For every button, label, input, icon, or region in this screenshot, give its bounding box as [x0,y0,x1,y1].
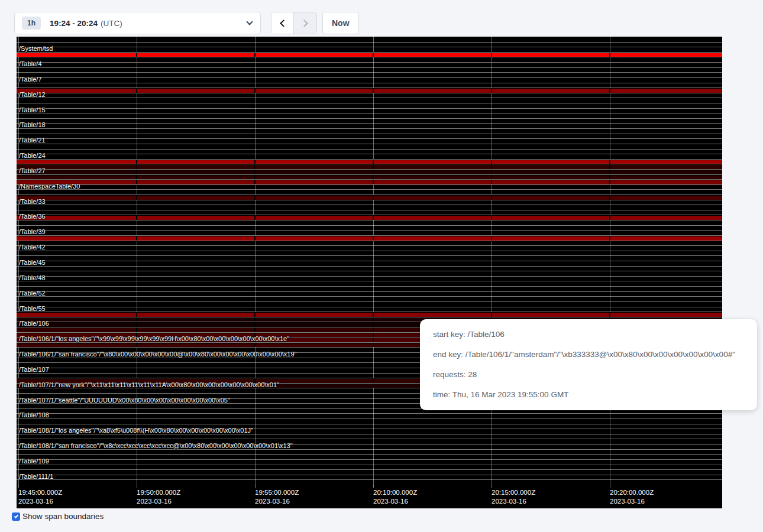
heatmap-row[interactable] [17,220,722,225]
heatmap-cell[interactable] [256,53,373,57]
heatmap-cell[interactable] [137,318,254,322]
heatmap-cell[interactable] [256,313,373,317]
heatmap-row[interactable] [17,281,722,286]
heatmap-row[interactable] [17,179,722,184]
heatmap-row[interactable] [17,271,722,276]
heatmap-cell[interactable] [374,160,491,164]
heatmap-row[interactable] [17,87,722,93]
heatmap-cell[interactable] [374,170,491,174]
heatmap-row[interactable] [17,230,722,235]
heatmap-row[interactable] [17,93,722,98]
heatmap-cell[interactable] [137,180,254,184]
heatmap-row[interactable] [17,123,722,128]
heatmap-cell[interactable] [492,216,609,220]
heatmap-cell[interactable] [610,196,722,200]
heatmap-row[interactable] [17,475,722,480]
heatmap-row[interactable] [17,261,722,266]
previous-interval-button[interactable] [271,12,294,34]
heatmap-cell[interactable] [256,328,373,332]
heatmap-cell[interactable] [610,236,722,241]
heatmap-row[interactable] [17,113,722,118]
heatmap-row[interactable] [17,42,722,47]
heatmap-cell[interactable] [256,176,373,180]
heatmap-row[interactable] [17,465,722,470]
heatmap-row[interactable] [17,225,722,231]
heatmap-cell[interactable] [374,180,491,184]
heatmap-row[interactable] [17,205,722,210]
heatmap-row[interactable] [17,459,722,465]
heatmap-row[interactable] [17,169,722,174]
heatmap-cell[interactable] [610,53,722,57]
heatmap-cell[interactable] [17,160,136,164]
heatmap-cell[interactable] [137,176,254,180]
heatmap-cell[interactable] [492,53,609,57]
heatmap-row[interactable] [17,286,722,291]
heatmap-cell[interactable] [492,160,609,164]
heatmap-cell[interactable] [374,53,491,57]
heatmap-row[interactable] [17,200,722,205]
heatmap-cell[interactable] [610,165,722,169]
heatmap-row[interactable] [17,301,722,307]
heatmap-row[interactable] [17,194,722,200]
heatmap-row[interactable] [17,164,722,169]
heatmap-row[interactable] [17,118,722,124]
heatmap-row[interactable] [17,174,722,180]
heatmap-row[interactable] [17,307,722,312]
heatmap-row[interactable] [17,251,722,256]
heatmap-cell[interactable] [137,216,254,220]
heatmap-row[interactable] [17,138,722,144]
heatmap-cell[interactable] [374,89,491,93]
heatmap-cell[interactable] [492,180,609,184]
heatmap-cell[interactable] [374,236,491,241]
heatmap-row[interactable] [17,67,722,73]
heatmap-row[interactable] [17,434,722,439]
heatmap-cell[interactable] [17,343,136,348]
heatmap-row[interactable] [17,62,722,67]
heatmap-cell[interactable] [492,89,609,93]
heatmap-cell[interactable] [256,165,373,169]
heatmap-cell[interactable] [610,180,722,184]
heatmap-row[interactable] [17,266,722,271]
time-range-select[interactable]: 1h 19:24 - 20:24 (UTC) [14,12,261,34]
heatmap-row[interactable] [17,449,722,455]
heatmap-cell[interactable] [137,328,254,332]
heatmap-row[interactable] [17,37,722,42]
heatmap-cell[interactable] [137,165,254,169]
heatmap-cell[interactable] [137,196,254,200]
heatmap-cell[interactable] [374,313,491,317]
heatmap-cell[interactable] [256,180,373,184]
heatmap-row[interactable] [17,291,722,297]
heatmap-cell[interactable] [17,236,136,241]
heatmap-row[interactable] [17,245,722,251]
heatmap-row[interactable] [17,149,722,154]
heatmap-cell[interactable] [610,176,722,180]
heatmap-cell[interactable] [374,216,491,220]
next-interval-button-disabled[interactable] [294,12,316,34]
heatmap-row[interactable] [17,469,722,475]
heatmap-cell[interactable] [256,170,373,174]
key-visualizer-canvas[interactable]: /System/tsd/Table/4/Table/7/Table/12/Tab… [17,37,722,508]
heatmap-row[interactable] [17,159,722,164]
heatmap-row[interactable] [17,83,722,88]
heatmap-cell[interactable] [256,216,373,220]
heatmap-cell[interactable] [492,165,609,169]
heatmap-rows[interactable]: /System/tsd/Table/4/Table/7/Table/12/Tab… [17,37,722,485]
heatmap-row[interactable] [17,255,722,261]
heatmap-row[interactable] [17,215,722,220]
heatmap-cell[interactable] [492,170,609,174]
heatmap-cell[interactable] [137,323,254,327]
heatmap-row[interactable] [17,52,722,57]
heatmap-cell[interactable] [492,313,609,317]
heatmap-cell[interactable] [17,328,136,332]
heatmap-row[interactable] [17,413,722,419]
heatmap-row[interactable] [17,276,722,281]
heatmap-row[interactable] [17,47,722,52]
heatmap-row[interactable] [17,144,722,149]
heatmap-cell[interactable] [137,53,254,57]
heatmap-row[interactable] [17,312,722,317]
heatmap-cell[interactable] [137,313,254,317]
heatmap-cell[interactable] [610,160,722,164]
heatmap-cell[interactable] [256,323,373,327]
heatmap-cell[interactable] [492,236,609,241]
heatmap-row[interactable] [17,235,722,241]
